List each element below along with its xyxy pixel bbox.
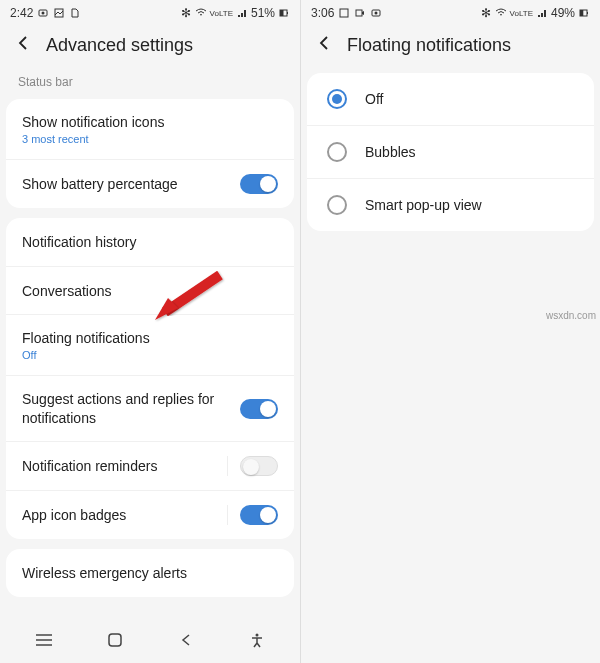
row-title: Notification history xyxy=(22,233,278,251)
clock: 3:06 xyxy=(311,6,334,20)
row-show-icons[interactable]: Show notification icons 3 most recent xyxy=(6,99,294,159)
row-sub: 3 most recent xyxy=(22,133,278,145)
card-floating-options: Off Bubbles Smart pop-up view xyxy=(307,73,594,231)
sim-icon xyxy=(69,7,81,19)
nav-accessibility[interactable] xyxy=(237,620,277,660)
row-floating[interactable]: Floating notifications Off xyxy=(6,314,294,375)
card-notification-settings: Notification history Conversations Float… xyxy=(6,218,294,539)
option-bubbles[interactable]: Bubbles xyxy=(307,125,594,178)
toggle-reminders[interactable] xyxy=(240,456,278,476)
wifi-icon xyxy=(195,7,207,19)
signal-icon xyxy=(536,7,548,19)
option-label: Smart pop-up view xyxy=(365,196,482,214)
svg-rect-5 xyxy=(280,10,284,16)
svg-point-1 xyxy=(42,12,45,15)
row-title: Notification reminders xyxy=(22,457,227,475)
battery-pct: 51% xyxy=(251,6,275,20)
phone-left: 2:42 ✻ VoLTE 51% Advanced settings Statu… xyxy=(0,0,300,663)
row-title: Conversations xyxy=(22,282,278,300)
nav-recent[interactable] xyxy=(24,620,64,660)
svg-rect-17 xyxy=(580,10,583,16)
section-status-bar: Status bar xyxy=(0,69,300,95)
navbar-left xyxy=(0,617,300,663)
row-title: Wireless emergency alerts xyxy=(22,564,278,582)
option-smart[interactable]: Smart pop-up view xyxy=(307,178,594,231)
radio-icon xyxy=(327,142,347,162)
svg-point-10 xyxy=(255,634,258,637)
page-title: Advanced settings xyxy=(46,35,193,56)
svg-rect-4 xyxy=(287,12,288,14)
header-right: Floating notifications xyxy=(301,26,600,69)
radio-icon xyxy=(327,195,347,215)
battery-pct: 49% xyxy=(551,6,575,20)
row-battery-pct[interactable]: Show battery percentage xyxy=(6,159,294,208)
option-label: Bubbles xyxy=(365,143,416,161)
row-badges[interactable]: App icon badges xyxy=(6,490,294,539)
video-icon xyxy=(354,7,366,19)
option-label: Off xyxy=(365,90,383,108)
wifi-icon xyxy=(495,7,507,19)
back-icon[interactable] xyxy=(14,34,32,57)
svg-point-14 xyxy=(375,12,378,15)
phone-right: 3:06 ✻ VoLTE 49% Floating notifications … xyxy=(300,0,600,663)
radio-icon xyxy=(327,89,347,109)
bluetooth-icon: ✻ xyxy=(480,7,492,19)
row-history[interactable]: Notification history xyxy=(6,218,294,266)
signal-icon xyxy=(236,7,248,19)
row-title: Show battery percentage xyxy=(22,175,240,193)
watermark: wsxdn.com xyxy=(546,310,596,321)
camera-icon xyxy=(37,7,49,19)
content-right: Off Bubbles Smart pop-up view xyxy=(301,69,600,663)
row-suggest[interactable]: Suggest actions and replies for notifica… xyxy=(6,375,294,440)
camera-icon xyxy=(370,7,382,19)
volte-label: VoLTE xyxy=(210,9,233,18)
row-title: Suggest actions and replies for notifica… xyxy=(22,390,240,426)
row-wireless-alerts[interactable]: Wireless emergency alerts xyxy=(6,549,294,597)
content-left: Status bar Show notification icons 3 mos… xyxy=(0,69,300,617)
option-off[interactable]: Off xyxy=(307,73,594,125)
nav-home[interactable] xyxy=(95,620,135,660)
card-emergency: Wireless emergency alerts xyxy=(6,549,294,597)
volte-label: VoLTE xyxy=(510,9,533,18)
row-conversations[interactable]: Conversations xyxy=(6,266,294,314)
card-statusbar-settings: Show notification icons 3 most recent Sh… xyxy=(6,99,294,208)
row-sub: Off xyxy=(22,349,278,361)
battery-icon xyxy=(578,7,590,19)
statusbar-left: 2:42 ✻ VoLTE 51% xyxy=(0,0,300,26)
image-icon xyxy=(53,7,65,19)
svg-rect-11 xyxy=(340,9,348,17)
clock: 2:42 xyxy=(10,6,33,20)
row-reminders[interactable]: Notification reminders xyxy=(6,441,294,490)
toggle-badges[interactable] xyxy=(240,505,278,525)
toggle-battery-pct[interactable] xyxy=(240,174,278,194)
row-title: Show notification icons xyxy=(22,113,278,131)
header-left: Advanced settings xyxy=(0,26,300,69)
statusbar-right: 3:06 ✻ VoLTE 49% xyxy=(301,0,600,26)
row-title: App icon badges xyxy=(22,506,227,524)
image-icon xyxy=(338,7,350,19)
svg-rect-9 xyxy=(109,634,121,646)
bluetooth-icon: ✻ xyxy=(180,7,192,19)
svg-rect-12 xyxy=(356,10,362,16)
svg-rect-16 xyxy=(587,12,588,14)
battery-icon xyxy=(278,7,290,19)
page-title: Floating notifications xyxy=(347,35,511,56)
row-title: Floating notifications xyxy=(22,329,278,347)
back-icon[interactable] xyxy=(315,34,333,57)
nav-back[interactable] xyxy=(166,620,206,660)
toggle-suggest[interactable] xyxy=(240,399,278,419)
